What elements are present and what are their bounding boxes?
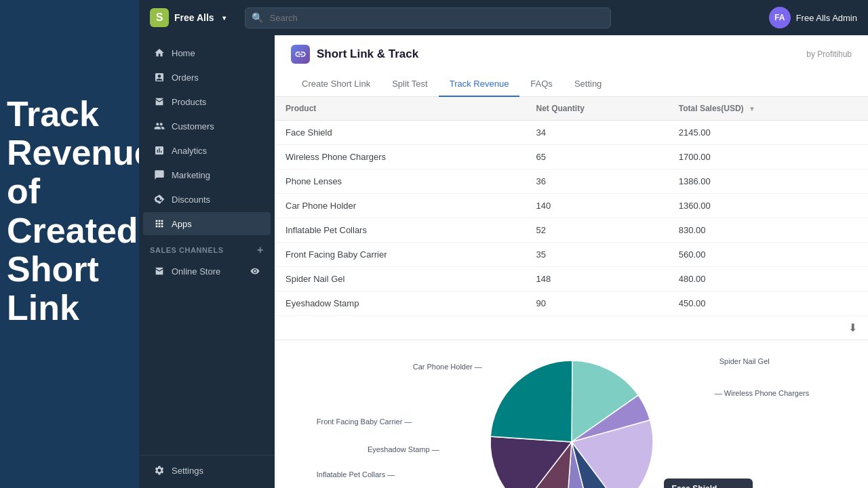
pie-chart-container: Car Phone Holder — Spider Nail Gel — Wir…	[288, 354, 854, 488]
tab-setting[interactable]: Setting	[564, 72, 612, 97]
search-icon: 🔍	[252, 12, 263, 23]
table-row: Phone Lenses 36 1386.00	[275, 169, 868, 194]
cell-total-sales: 450.00	[668, 291, 868, 316]
tab-faqs[interactable]: FAQs	[519, 72, 564, 97]
cell-net-quantity: 148	[525, 267, 667, 291]
cell-total-sales: 830.00	[668, 218, 868, 243]
shopify-logo-icon: S	[150, 8, 169, 27]
sort-icon: ▼	[749, 105, 755, 113]
sidebar-label-products: Products	[172, 97, 206, 107]
label-inflatable-pet-collars: Inflatable Pet Collars —	[317, 470, 395, 479]
settings-label: Settings	[172, 466, 203, 476]
pie-chart	[463, 347, 680, 488]
revenue-table: Product Net Quantity Total Sales(USD) ▼ …	[275, 97, 868, 316]
marketing-icon	[154, 169, 165, 180]
cell-net-quantity: 140	[525, 194, 667, 218]
pie-tooltip: Face Shield USD 2145 (24.07%)	[664, 479, 753, 488]
sidebar-label-analytics: Analytics	[172, 146, 207, 156]
cell-product: Eyeshadow Stamp	[275, 291, 525, 316]
sidebar-label-customers: Customers	[172, 121, 214, 131]
user-name: Free Alls Admin	[796, 13, 857, 23]
sidebar-item-analytics[interactable]: Analytics	[143, 139, 271, 162]
tab-create-short-link[interactable]: Create Short Link	[291, 72, 381, 97]
app-by-label: by Profitihub	[806, 49, 852, 59]
online-store-label: Online Store	[172, 266, 220, 277]
main-content: Short Link & Track by Profitihub Create …	[275, 35, 868, 488]
sidebar-item-marketing[interactable]: Marketing	[143, 163, 271, 186]
cell-total-sales: 1360.00	[668, 194, 868, 218]
cell-total-sales: 480.00	[668, 267, 868, 291]
download-icon[interactable]: ⬇	[848, 321, 857, 334]
brand-chevron-icon: ▾	[222, 14, 226, 22]
cell-product: Phone Lenses	[275, 169, 525, 194]
sidebar-bottom: Settings	[139, 455, 275, 483]
table-row: Wireless Phone Chargers 65 1700.00	[275, 145, 868, 169]
topbar: S Free Alls ▾ 🔍 FA Free Alls Admin	[139, 0, 868, 35]
home-icon	[154, 47, 165, 58]
user-menu[interactable]: FA Free Alls Admin	[769, 7, 857, 28]
bg-decorative-text: TrackRevenueofCreatedShortLink	[7, 95, 154, 327]
sidebar-item-home[interactable]: Home	[143, 41, 271, 64]
label-spider-nail-gel: Spider Nail Gel	[719, 357, 770, 365]
app-title-section: Short Link & Track	[291, 45, 418, 64]
sidebar-item-apps[interactable]: Apps	[143, 212, 271, 235]
cell-net-quantity: 90	[525, 291, 667, 316]
sidebar-label-apps: Apps	[172, 219, 192, 229]
brand-name: Free Alls	[174, 12, 214, 23]
sidebar-item-customers[interactable]: Customers	[143, 115, 271, 138]
col-total-sales[interactable]: Total Sales(USD) ▼	[668, 97, 868, 121]
sidebar-item-orders[interactable]: Orders	[143, 66, 271, 89]
cell-total-sales: 1700.00	[668, 145, 868, 169]
sales-channels-section: SALES CHANNELS +	[139, 236, 275, 259]
table-row: Eyeshadow Stamp 90 450.00	[275, 291, 868, 316]
col-net-quantity: Net Quantity	[525, 97, 667, 121]
cell-product: Car Phone Holder	[275, 194, 525, 218]
cell-net-quantity: 52	[525, 218, 667, 243]
label-wireless-phone-chargers: — Wireless Phone Chargers	[715, 389, 809, 397]
cell-product: Front Facing Baby Carrier	[275, 243, 525, 267]
table-row: Face Shield 34 2145.00	[275, 121, 868, 145]
cell-product: Wireless Phone Chargers	[275, 145, 525, 169]
table-row: Spider Nail Gel 148 480.00	[275, 267, 868, 291]
cell-net-quantity: 34	[525, 121, 667, 145]
cell-net-quantity: 65	[525, 145, 667, 169]
cell-total-sales: 1386.00	[668, 169, 868, 194]
data-table-container: Product Net Quantity Total Sales(USD) ▼ …	[275, 97, 868, 340]
sidebar-item-discounts[interactable]: Discounts	[143, 188, 271, 211]
cell-net-quantity: 35	[525, 243, 667, 267]
avatar: FA	[769, 7, 791, 28]
customers-icon	[154, 121, 165, 131]
user-initials: FA	[774, 13, 785, 22]
sidebar-item-products[interactable]: Products	[143, 90, 271, 113]
sidebar-label-marketing: Marketing	[172, 170, 210, 180]
tab-split-test[interactable]: Split Test	[381, 72, 439, 97]
search-input[interactable]	[245, 7, 611, 28]
tooltip-title: Face Shield	[672, 484, 745, 488]
sidebar-item-online-store[interactable]: Online Store	[143, 260, 271, 283]
tab-track-revenue[interactable]: Track Revenue	[439, 72, 520, 97]
cell-total-sales: 2145.00	[668, 121, 868, 145]
products-icon	[154, 96, 165, 107]
label-eyeshadow-stamp: Eyeshadow Stamp —	[368, 445, 439, 453]
cell-product: Face Shield	[275, 121, 525, 145]
sidebar-label-discounts: Discounts	[172, 195, 210, 205]
sales-channels-label: SALES CHANNELS	[150, 246, 224, 254]
sidebar-label-home: Home	[172, 48, 195, 58]
add-sales-channel-button[interactable]: +	[257, 244, 264, 256]
table-row: Car Phone Holder 140 1360.00	[275, 194, 868, 218]
sidebar: Home Orders Products Customers Analytics…	[139, 35, 275, 488]
sidebar-item-settings[interactable]: Settings	[143, 459, 271, 482]
eye-icon	[250, 266, 260, 276]
col-product: Product	[275, 97, 525, 121]
app-header: Short Link & Track by Profitihub Create …	[275, 35, 868, 97]
app-logo-icon	[291, 45, 310, 64]
analytics-icon	[154, 145, 165, 156]
sidebar-label-orders: Orders	[172, 73, 199, 83]
label-front-facing-baby-carrier: Front Facing Baby Carrier —	[317, 418, 412, 426]
cell-product: Spider Nail Gel	[275, 267, 525, 291]
cell-product: Inflatable Pet Collars	[275, 218, 525, 243]
cell-net-quantity: 36	[525, 169, 667, 194]
chart-area: Car Phone Holder — Spider Nail Gel — Wir…	[275, 340, 868, 488]
brand-button[interactable]: S Free Alls ▾	[150, 8, 226, 27]
cell-total-sales: 560.00	[668, 243, 868, 267]
